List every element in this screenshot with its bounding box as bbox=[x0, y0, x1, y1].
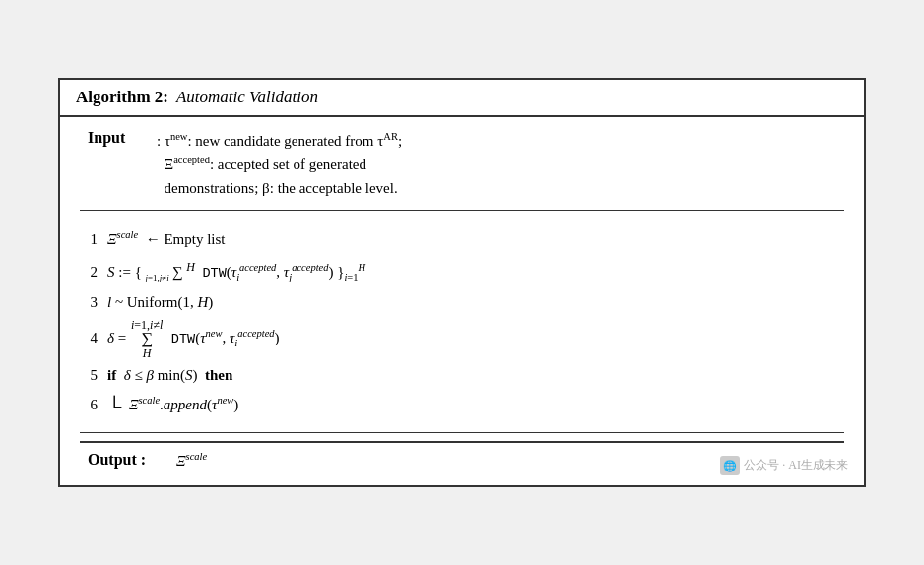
step-5-content: if δ ≤ β min(S) then bbox=[107, 363, 232, 389]
algorithm-label: Algorithm 2: bbox=[76, 88, 168, 107]
output-divider bbox=[80, 432, 844, 433]
step-1: 1 Ξscale ← Empty list bbox=[80, 224, 844, 255]
step-3: 3 l ~ Uniform(1, H) bbox=[80, 288, 844, 318]
watermark-text: 公众号 · AI生成未来 bbox=[744, 457, 848, 473]
step-3-content: l ~ Uniform(1, H) bbox=[107, 290, 213, 316]
step-4: 4 δ = i=1,i≠l ∑ H DTW(τnew, τiaccepted) bbox=[80, 317, 844, 361]
algorithm-header: Algorithm 2: Automatic Validation bbox=[60, 80, 864, 117]
step-5: 5 if δ ≤ β min(S) then bbox=[80, 361, 844, 391]
output-content: Ξscale bbox=[176, 451, 207, 470]
watermark-icon: 🌐 bbox=[720, 456, 740, 475]
step-4-content: δ = i=1,i≠l ∑ H DTW(τnew, τiaccepted) bbox=[107, 319, 280, 359]
input-label: Input bbox=[88, 129, 157, 147]
input-line-1: : τnew: new candidate generated from τAR… bbox=[157, 129, 402, 153]
step-3-number: 3 bbox=[80, 290, 107, 316]
algorithm-steps: 1 Ξscale ← Empty list 2 S := { j=1,j≠i bbox=[80, 217, 844, 427]
step-4-number: 4 bbox=[80, 326, 107, 351]
step-1-content: Ξscale ← Empty list bbox=[107, 226, 226, 253]
step-6-content: └ Ξscale.append(τnew) bbox=[107, 392, 238, 418]
step-1-number: 1 bbox=[80, 227, 107, 253]
watermark: 🌐 公众号 · AI生成未来 bbox=[720, 456, 848, 475]
step-6-number: 6 bbox=[80, 393, 107, 418]
step-2-content: S := { j=1,j≠i ∑ H DTW(τiaccepted, τjacc… bbox=[107, 257, 365, 286]
output-label: Output : bbox=[88, 451, 176, 469]
algorithm-body: Input : τnew: new candidate generated fr… bbox=[60, 117, 864, 484]
algorithm-box: Algorithm 2: Automatic Validation Input … bbox=[58, 78, 866, 486]
input-content: : τnew: new candidate generated from τAR… bbox=[157, 129, 402, 200]
step-5-number: 5 bbox=[80, 363, 107, 389]
step-2-number: 2 bbox=[80, 260, 107, 285]
input-section: Input : τnew: new candidate generated fr… bbox=[80, 129, 844, 200]
step-2: 2 S := { j=1,j≠i ∑ H DTW(τiaccepted, bbox=[80, 255, 844, 288]
input-line-2: Ξaccepted: accepted set of generated bbox=[157, 153, 402, 176]
divider-line bbox=[80, 210, 844, 211]
input-line-3: demonstrations; β: the acceptable level. bbox=[157, 176, 402, 200]
algorithm-title: Automatic Validation bbox=[176, 88, 318, 107]
step-6: 6 └ Ξscale.append(τnew) bbox=[80, 390, 844, 420]
